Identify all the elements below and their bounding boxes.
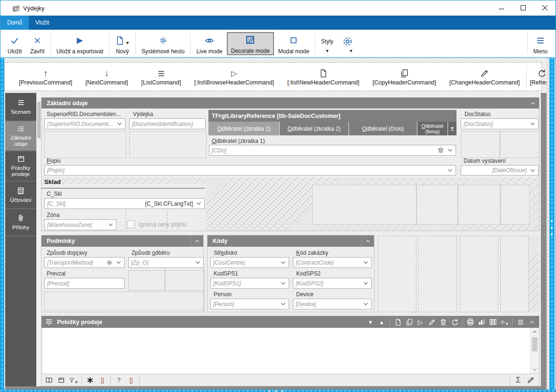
asterisk-icon[interactable] <box>85 375 95 385</box>
collapse-button[interactable] <box>191 235 203 247</box>
system-password-button[interactable]: Systémové heslo <box>137 33 189 55</box>
vydejka-input[interactable]: [DocumentIdentification] <box>129 118 206 129</box>
save-button[interactable]: Uložit <box>3 33 26 55</box>
datum-vystaveni-combobox[interactable]: [DateOfIssue] <box>461 165 539 175</box>
collapse-button[interactable] <box>527 98 539 108</box>
items-grid[interactable] <box>42 328 530 374</box>
section-header-kody[interactable]: Kódy <box>207 235 374 247</box>
settings-dropdown-button[interactable]: ▼ <box>338 33 357 53</box>
chevron-down-icon[interactable] <box>280 259 286 266</box>
section-header-polozky[interactable]: Položky prodeje ▼ ▲ ▷ ▼ <box>41 316 539 328</box>
popis-combobox[interactable]: [Popis] <box>44 165 456 175</box>
chevron-down-icon[interactable] <box>116 259 122 266</box>
grid-scrollbar-thumb[interactable] <box>532 337 538 351</box>
chevron-down-icon[interactable] <box>116 121 123 127</box>
zpusob-dopravy-combobox[interactable]: [TransportMethod] <box>44 257 124 268</box>
scroll-down-icon[interactable] <box>532 367 538 372</box>
previous-command-button[interactable]: ↑ [PreviousCommand] <box>12 68 79 86</box>
odberatel-combobox[interactable]: [CDo] <box>209 145 456 156</box>
resize-handle[interactable] <box>543 220 545 222</box>
resize-handle[interactable] <box>275 390 277 392</box>
modal-mode-button[interactable]: Modal mode <box>274 33 314 55</box>
tab-odberatel-firma[interactable]: Odběratel(firma) <box>417 122 448 135</box>
resize-handle[interactable] <box>551 227 553 229</box>
grid-menu-icon[interactable] <box>516 317 525 326</box>
sidebar-item-uctovani[interactable]: Účtování <box>5 182 36 209</box>
cskl-combobox[interactable]: [C_Skl] [C_Skl.CFLangTxt] <box>44 198 205 209</box>
book-view-icon[interactable] <box>44 375 54 385</box>
caret-up-icon[interactable]: ▲ <box>377 317 386 326</box>
kod-zakazky-combobox[interactable]: [ContractCode] <box>293 257 372 268</box>
refresh-items-icon[interactable] <box>450 317 459 326</box>
tab-domu[interactable]: Domů <box>0 16 29 30</box>
resize-handle[interactable] <box>268 390 270 392</box>
chevron-down-icon[interactable] <box>108 222 114 228</box>
live-mode-button[interactable]: Live mode <box>192 33 226 55</box>
chevron-down-icon[interactable] <box>363 301 369 307</box>
section-header-podminky[interactable]: Podmínky <box>41 235 203 247</box>
designer-right-edge[interactable] <box>549 58 555 392</box>
chevron-down-icon[interactable] <box>447 167 453 174</box>
chart-icon[interactable] <box>477 317 486 326</box>
device-combobox[interactable]: [Device] <box>293 299 372 309</box>
stredisko-combobox[interactable]: [CostCentre] <box>210 257 289 268</box>
collapse-button[interactable] <box>361 235 374 247</box>
ignoruj-ceny-checkbox[interactable] <box>127 220 135 228</box>
scroll-up-icon[interactable] <box>532 329 538 334</box>
chevron-down-icon[interactable] <box>530 167 536 174</box>
chevron-down-icon[interactable] <box>280 301 286 307</box>
designer-left-edge[interactable] <box>0 58 4 392</box>
filter-icon[interactable]: ▼ <box>69 375 78 385</box>
package-view-icon[interactable] <box>57 375 66 385</box>
list-command-button[interactable]: [ListCommand] <box>135 68 188 86</box>
zpusob-odberu-combobox[interactable]: [Zp_O] <box>128 257 204 268</box>
styles-button[interactable]: Styly ▼ <box>317 33 338 53</box>
docstatus-combobox[interactable]: [DocStatus] <box>461 118 539 129</box>
chevron-down-icon[interactable] <box>530 121 536 127</box>
new-button[interactable]: ▼ Nový <box>111 33 134 55</box>
browse-header-command-button[interactable]: ▷ [:list\BrowseHeaderCommand] <box>188 68 281 86</box>
decorate-mode-button[interactable]: Decorate mode <box>227 32 274 55</box>
next-command-button[interactable]: ↓ [NextCommand] <box>79 68 134 86</box>
prevzal-input[interactable]: [Prevzal] <box>44 278 124 289</box>
edit-item-icon[interactable] <box>427 317 436 326</box>
chevron-down-icon[interactable] <box>447 147 453 153</box>
columns-icon[interactable] <box>489 317 498 326</box>
tabs-dropdown-button[interactable] <box>448 122 456 135</box>
collapse-section-icon[interactable] <box>527 317 536 326</box>
sum-icon[interactable]: Σ <box>514 375 523 385</box>
print-icon[interactable] <box>466 317 475 326</box>
chevron-down-icon[interactable] <box>195 259 201 266</box>
browse-item-icon[interactable]: ▷ <box>416 317 425 326</box>
sidebar-item-seznam[interactable]: Seznam <box>5 93 36 121</box>
sidebar-item-prilohy[interactable]: Přílohy <box>5 209 36 236</box>
copy-header-command-button[interactable]: [CopyHeaderCommand] <box>366 68 443 86</box>
section-header-zakladni[interactable]: Základní údaje <box>41 98 539 108</box>
sidebar-item-zakladni-udaje[interactable]: Základní údaje <box>5 121 36 151</box>
tab-odberatel-zkratka1[interactable]: Odběratel (zkratka 1) <box>208 122 279 135</box>
new-header-command-button[interactable]: [:list\NewHeaderCommand] <box>281 68 366 86</box>
edit-pencil-icon[interactable] <box>526 375 535 385</box>
resize-handle[interactable] <box>543 227 545 229</box>
chevron-down-icon[interactable] <box>363 280 369 286</box>
new-item-icon[interactable] <box>393 317 402 326</box>
copy-item-icon[interactable] <box>405 317 414 326</box>
person-combobox[interactable]: [Person] <box>210 299 289 309</box>
designer-bottom-edge[interactable] <box>0 390 556 392</box>
caret-down-icon[interactable]: ▼ <box>366 317 375 326</box>
layers-icon[interactable] <box>437 147 444 154</box>
delete-item-icon[interactable] <box>439 317 448 326</box>
kodsps1-combobox[interactable]: [KodSPS1] <box>210 278 289 289</box>
tab-odberatel-cislo[interactable]: Odběratel (číslo) <box>349 122 417 135</box>
tab-vlozit[interactable]: Vložit <box>29 16 56 30</box>
maximize-button[interactable] <box>512 0 534 15</box>
grid-settings-gear-icon[interactable]: ▼ <box>500 317 509 326</box>
chevron-down-icon[interactable] <box>196 200 202 207</box>
tab-odberatel-zkratka2[interactable]: Odběratel (zkratka 2) <box>280 122 349 135</box>
resize-handle[interactable] <box>551 220 553 222</box>
close-button[interactable] <box>534 0 556 15</box>
gear-icon[interactable] <box>106 259 113 266</box>
resize-handle[interactable] <box>282 390 283 392</box>
form-scrollbar-thumb[interactable] <box>37 102 41 138</box>
superior-rid-combobox[interactable]: [SuperiorRID.Documenti... <box>44 118 125 129</box>
